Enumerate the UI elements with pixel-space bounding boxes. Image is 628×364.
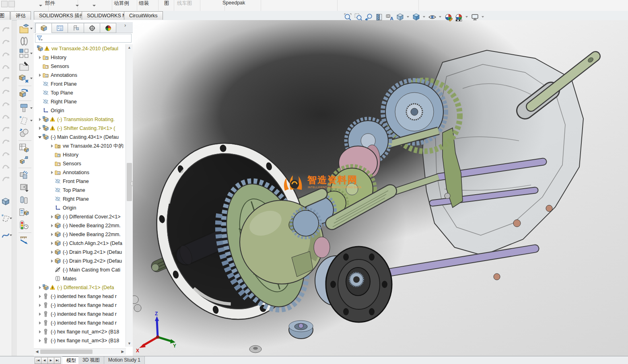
model-output-flange[interactable] bbox=[326, 247, 392, 322]
exploded-view-icon[interactable] bbox=[19, 155, 29, 166]
tree-item[interactable]: Top Plane bbox=[34, 186, 126, 195]
dropdown-caret-icon[interactable] bbox=[30, 78, 33, 79]
scroll-right-icon[interactable]: ▶ bbox=[120, 349, 126, 354]
mate-icon[interactable] bbox=[19, 36, 29, 46]
tree-item[interactable]: History bbox=[34, 150, 126, 159]
document-tab-Motion Study 1[interactable]: Motion Study 1 bbox=[104, 356, 145, 364]
tree-expander-icon[interactable] bbox=[49, 258, 55, 264]
tree-item[interactable]: (-) Main Casting from Cati bbox=[34, 265, 126, 274]
tree-expander-icon[interactable] bbox=[49, 143, 55, 149]
tree-item[interactable]: vw Transaxle.24-2010 中的 bbox=[34, 142, 126, 150]
transaxle-model[interactable]: Z X Y bbox=[133, 20, 628, 354]
tree-item[interactable]: Right Plane bbox=[34, 97, 126, 106]
zoom-to-area-icon[interactable] bbox=[353, 12, 363, 22]
tree-item[interactable]: Sensors bbox=[34, 159, 126, 168]
interference-detection-icon[interactable] bbox=[19, 170, 29, 181]
tree-item[interactable]: (-) Shifter Casting.78<1> ( bbox=[34, 124, 126, 133]
scroll-down-icon[interactable]: ▼ bbox=[126, 340, 132, 347]
section-view-icon[interactable] bbox=[374, 12, 384, 22]
dropdown-caret-icon[interactable] bbox=[30, 53, 33, 54]
sheet-nav-button[interactable]: ▶| bbox=[54, 357, 61, 364]
ribbon-button-label[interactable]: 图 bbox=[164, 0, 169, 7]
tree-item[interactable]: (-) Needle Bearing 22mm. bbox=[34, 230, 126, 239]
document-tab-3D 视图[interactable]: 3D 视图 bbox=[78, 356, 104, 364]
view-settings-icon[interactable] bbox=[470, 12, 480, 22]
plane-dd-icon[interactable] bbox=[1, 214, 10, 223]
linear-component-pattern-icon[interactable] bbox=[19, 48, 29, 59]
scroll-up-icon[interactable]: ▲ bbox=[126, 44, 132, 51]
dropdown-caret-icon[interactable] bbox=[30, 28, 33, 29]
tree-item[interactable]: AAnnotations bbox=[34, 71, 126, 80]
hole-alignment-icon[interactable] bbox=[19, 195, 29, 206]
graphics-viewport[interactable]: Z X Y 智造资料网 INTELLIGENT MANUFACTURING DA… bbox=[133, 20, 628, 356]
tree-item[interactable]: AAnnotations bbox=[34, 168, 126, 177]
view-annotations-icon[interactable]: A bbox=[385, 12, 394, 22]
scrollbar-thumb[interactable] bbox=[40, 350, 93, 354]
dropdown-caret-icon[interactable] bbox=[39, 5, 42, 6]
dropdown-caret-icon[interactable] bbox=[439, 16, 441, 18]
hide-show-items-icon[interactable] bbox=[427, 12, 437, 22]
spline-dd-icon[interactable] bbox=[1, 231, 10, 240]
tree-item[interactable]: (-) indented hex flange head r bbox=[34, 292, 126, 301]
tree-expander-icon[interactable] bbox=[37, 329, 43, 335]
tree-item[interactable]: Origin bbox=[34, 204, 126, 212]
edit-appearance-icon[interactable] bbox=[443, 12, 453, 22]
dropdown-caret-icon[interactable] bbox=[76, 5, 79, 6]
ribbon-button-label[interactable]: 部件 bbox=[45, 0, 55, 7]
ribbon-button-label[interactable]: 线车图 bbox=[177, 0, 192, 7]
tree-expander-icon[interactable] bbox=[37, 285, 43, 290]
tree-item[interactable]: (-) indented hex flange head r bbox=[34, 310, 126, 319]
tree-item[interactable]: (-) Needle Bearing 22mm. bbox=[34, 221, 126, 230]
filter-funnel-icon[interactable] bbox=[36, 35, 43, 42]
dropdown-caret-icon[interactable] bbox=[465, 16, 468, 18]
dropdown-caret-icon[interactable] bbox=[10, 234, 12, 236]
tree-item[interactable]: (-) Clutch Align.2<1> (Defa bbox=[34, 239, 126, 248]
tree-expander-icon[interactable] bbox=[37, 311, 43, 317]
ribbon-button-label[interactable]: Speedpak bbox=[222, 0, 245, 6]
propertymanager-tab[interactable] bbox=[51, 23, 68, 33]
sheet-nav-button[interactable]: ◀ bbox=[41, 357, 48, 364]
tree-item[interactable]: Origin bbox=[34, 106, 126, 115]
ribbon-tab-图[interactable]: 图 bbox=[0, 11, 10, 20]
panel-expand-arrow-icon[interactable]: › bbox=[124, 22, 126, 28]
dropdown-caret-icon[interactable] bbox=[30, 107, 33, 109]
tree-item[interactable]: (-) Main Casting.43<1> (Defau bbox=[34, 133, 126, 142]
previous-view-icon[interactable] bbox=[364, 12, 373, 22]
tree-item[interactable]: Sensors bbox=[34, 62, 126, 71]
dropdown-caret-icon[interactable] bbox=[407, 16, 409, 18]
tree-expander-icon[interactable] bbox=[37, 302, 43, 308]
tree-item[interactable]: Front Plane bbox=[34, 177, 126, 186]
ribbon-tab-评估[interactable]: 评估 bbox=[10, 11, 31, 20]
tree-horizontal-scrollbar[interactable]: ◀ ▶ bbox=[34, 348, 126, 355]
dropdown-caret-icon[interactable] bbox=[93, 5, 96, 6]
rotate-component-icon[interactable] bbox=[19, 88, 29, 99]
measure-icon[interactable] bbox=[19, 235, 29, 245]
assembly-features-icon[interactable] bbox=[19, 115, 29, 126]
tree-vertical-scrollbar[interactable]: ▲ ▼ bbox=[126, 44, 133, 347]
tree-item[interactable]: (-) Differential.7<1> (Defa bbox=[34, 283, 126, 292]
tree-expander-icon[interactable] bbox=[49, 223, 55, 228]
apply-scene-icon[interactable] bbox=[454, 12, 463, 22]
document-tab-模型[interactable]: 模型 bbox=[62, 356, 80, 364]
performance-evaluation-icon[interactable] bbox=[19, 220, 29, 230]
smart-fasteners-icon[interactable] bbox=[19, 61, 29, 71]
dropdown-caret-icon[interactable] bbox=[482, 16, 484, 18]
tree-item[interactable]: History bbox=[34, 53, 126, 62]
box-icon[interactable] bbox=[1, 197, 10, 206]
featuremanager-tab[interactable] bbox=[35, 23, 52, 33]
tree-item[interactable]: (-) Transmission Rotating. bbox=[34, 115, 126, 124]
displaymanager-tab[interactable] bbox=[100, 23, 116, 33]
new-motion-study-icon[interactable] bbox=[19, 128, 29, 138]
tree-item[interactable]: Top Plane bbox=[34, 88, 126, 97]
tree-expander-icon[interactable] bbox=[49, 170, 55, 175]
tree-expander-icon[interactable] bbox=[37, 55, 43, 60]
tree-expander-icon[interactable] bbox=[37, 72, 43, 78]
view-orientation-icon[interactable] bbox=[395, 12, 405, 22]
tree-expander-icon[interactable] bbox=[37, 320, 43, 326]
ribbon-button-label[interactable]: 细装 bbox=[139, 0, 149, 7]
tree-item[interactable]: vw Transaxle.24-2010 (Defaul bbox=[34, 44, 126, 53]
move-component-icon[interactable] bbox=[19, 73, 29, 84]
ribbon-partial-icon[interactable] bbox=[1, 1, 8, 7]
display-style-icon[interactable] bbox=[411, 12, 421, 22]
sheet-nav-button[interactable]: ▶ bbox=[47, 357, 54, 364]
